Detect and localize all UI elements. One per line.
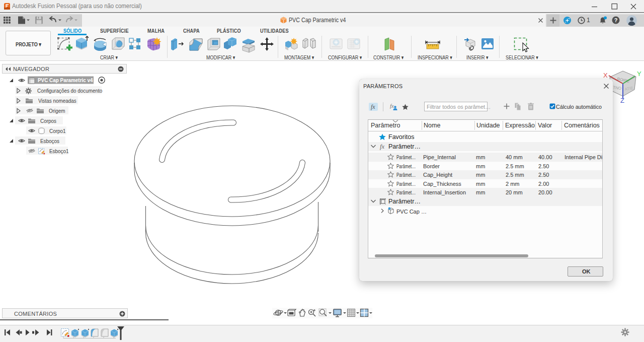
svg-text:X: X: [603, 72, 608, 79]
svg-text:?: ?: [614, 17, 618, 23]
svg-text:Z: Z: [620, 97, 624, 104]
svg-text:Y: Y: [637, 70, 641, 78]
